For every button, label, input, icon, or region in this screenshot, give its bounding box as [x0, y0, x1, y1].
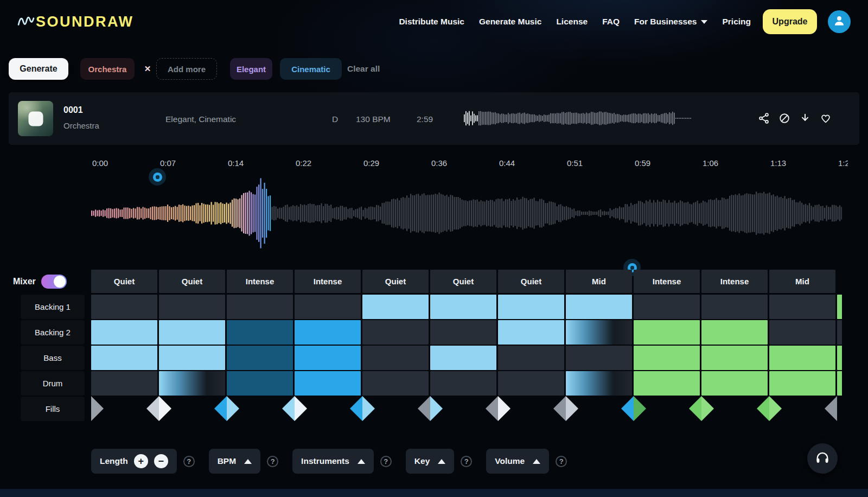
track-waveform-preview[interactable] — [464, 109, 692, 128]
section-header[interactable]: Quiet — [159, 270, 225, 293]
mixer-cell-bass-5[interactable] — [362, 346, 429, 370]
nav-item-distribute-music[interactable]: Distribute Music — [399, 17, 464, 27]
nav-item-license[interactable]: License — [556, 17, 588, 27]
upgrade-button[interactable]: Upgrade — [763, 9, 817, 34]
mixer-cell-drum-12[interactable] — [837, 371, 842, 396]
mixer-cell-backing1-2[interactable] — [159, 295, 225, 319]
instruments-control[interactable]: Instruments — [292, 449, 374, 474]
fill-marker[interactable] — [825, 396, 842, 421]
mixer-cell-drum-10[interactable] — [701, 371, 768, 396]
mixer-cell-backing1-9[interactable] — [634, 295, 700, 319]
mixer-cell-bass-1[interactable] — [91, 346, 157, 370]
mood-chip-cinematic[interactable]: Cinematic — [280, 58, 342, 80]
fill-marker[interactable] — [214, 396, 239, 421]
nav-item-for-businesses[interactable]: For Businesses — [634, 17, 707, 27]
section-header[interactable]: Quiet — [362, 270, 429, 293]
section-header[interactable]: Quiet — [498, 270, 564, 293]
mixer-cell-backing2-4[interactable] — [295, 320, 361, 345]
fill-marker[interactable] — [350, 396, 375, 421]
fill-marker[interactable] — [553, 396, 578, 421]
mixer-cell-drum-6[interactable] — [430, 371, 496, 396]
mixer-cell-drum-5[interactable] — [362, 371, 429, 396]
mixer-cell-drum-1[interactable] — [91, 371, 157, 396]
mixer-cell-drum-8[interactable] — [566, 371, 632, 396]
mixer-cell-backing2-7[interactable] — [498, 320, 564, 345]
section-header[interactable]: Intense — [227, 270, 293, 293]
length-decrease-button[interactable]: − — [154, 454, 168, 468]
headphones-button[interactable] — [807, 443, 838, 474]
mixer-cell-bass-11[interactable] — [769, 346, 835, 370]
fill-marker[interactable] — [757, 396, 782, 421]
section-header[interactable]: Intense — [701, 270, 768, 293]
fill-marker[interactable] — [486, 396, 510, 421]
mixer-cell-backing1-1[interactable] — [91, 295, 157, 319]
bpm-help-icon[interactable]: ? — [267, 456, 278, 467]
mixer-cell-backing1-11[interactable] — [769, 295, 835, 319]
mixer-cell-backing2-3[interactable] — [227, 320, 293, 345]
share-icon[interactable] — [757, 112, 770, 125]
section-header[interactable]: Intense — [634, 270, 700, 293]
mixer-cell-backing2-1[interactable] — [91, 320, 157, 345]
mixer-cell-backing1-12[interactable] — [837, 295, 842, 319]
generate-button[interactable]: Generate — [9, 58, 68, 80]
mixer-cell-drum-9[interactable] — [634, 371, 700, 396]
mixer-cell-drum-11[interactable] — [769, 371, 835, 396]
mixer-cell-bass-3[interactable] — [227, 346, 293, 370]
track-thumbnail[interactable] — [18, 101, 53, 136]
remove-genre-icon[interactable]: ✕ — [141, 58, 154, 80]
clear-all-button[interactable]: Clear all — [347, 58, 380, 80]
mixer-cell-backing2-5[interactable] — [362, 320, 429, 345]
nav-item-pricing[interactable]: Pricing — [722, 17, 751, 27]
mixer-cell-bass-4[interactable] — [295, 346, 361, 370]
section-header[interactable]: Quiet — [430, 270, 496, 293]
mixer-cell-bass-2[interactable] — [159, 346, 225, 370]
mixer-cell-backing2-2[interactable] — [159, 320, 225, 345]
heart-icon[interactable] — [819, 112, 832, 125]
mixer-cell-backing2-6[interactable] — [430, 320, 496, 345]
mixer-cell-backing1-8[interactable] — [566, 295, 632, 319]
fill-marker[interactable] — [689, 396, 714, 421]
mixer-cell-bass-6[interactable] — [430, 346, 496, 370]
key-control[interactable]: Key — [406, 449, 454, 474]
nav-item-generate-music[interactable]: Generate Music — [479, 17, 541, 27]
mixer-cell-backing2-9[interactable] — [634, 320, 700, 345]
download-icon[interactable] — [799, 112, 812, 125]
mixer-cell-drum-7[interactable] — [498, 371, 564, 396]
user-avatar[interactable] — [828, 10, 851, 33]
mixer-cell-bass-7[interactable] — [498, 346, 564, 370]
volume-control[interactable]: Volume — [486, 449, 549, 474]
mood-chip-elegant[interactable]: Elegant — [230, 58, 272, 80]
section-header[interactable]: Quiet — [91, 270, 157, 293]
brand-logo[interactable]: SOUNDRAW — [17, 12, 134, 31]
section-header[interactable]: Intense — [295, 270, 361, 293]
circle-slash-icon[interactable] — [778, 112, 791, 125]
section-header[interactable]: Mid — [769, 270, 835, 293]
mixer-cell-drum-4[interactable] — [295, 371, 361, 396]
fill-marker[interactable] — [282, 396, 307, 421]
fill-marker[interactable] — [621, 396, 646, 421]
mixer-cell-bass-9[interactable] — [634, 346, 700, 370]
mixer-cell-drum-3[interactable] — [227, 371, 293, 396]
timeline-waveform[interactable] — [91, 176, 842, 250]
key-help-icon[interactable]: ? — [461, 456, 472, 467]
mixer-cell-bass-10[interactable] — [701, 346, 768, 370]
stop-button[interactable] — [28, 111, 43, 126]
length-control[interactable]: Length + − — [91, 449, 177, 474]
mixer-cell-bass-12[interactable] — [837, 346, 842, 370]
instruments-help-icon[interactable]: ? — [380, 456, 392, 467]
fill-marker[interactable] — [418, 396, 443, 421]
mixer-cell-backing2-8[interactable] — [566, 320, 632, 345]
playhead-marker[interactable] — [149, 168, 166, 186]
mixer-cell-backing1-6[interactable] — [430, 295, 496, 319]
mixer-cell-backing1-5[interactable] — [362, 295, 429, 319]
mixer-cell-backing2-12[interactable] — [837, 320, 842, 345]
add-more-button[interactable]: Add more — [156, 58, 217, 80]
nav-item-faq[interactable]: FAQ — [602, 17, 620, 27]
bpm-control[interactable]: BPM — [209, 449, 260, 474]
mixer-cell-backing1-3[interactable] — [227, 295, 293, 319]
mixer-cell-bass-8[interactable] — [566, 346, 632, 370]
fill-marker[interactable] — [146, 396, 171, 421]
mixer-cell-backing1-10[interactable] — [701, 295, 768, 319]
mixer-cell-backing1-7[interactable] — [498, 295, 564, 319]
mixer-cell-backing2-10[interactable] — [701, 320, 768, 345]
